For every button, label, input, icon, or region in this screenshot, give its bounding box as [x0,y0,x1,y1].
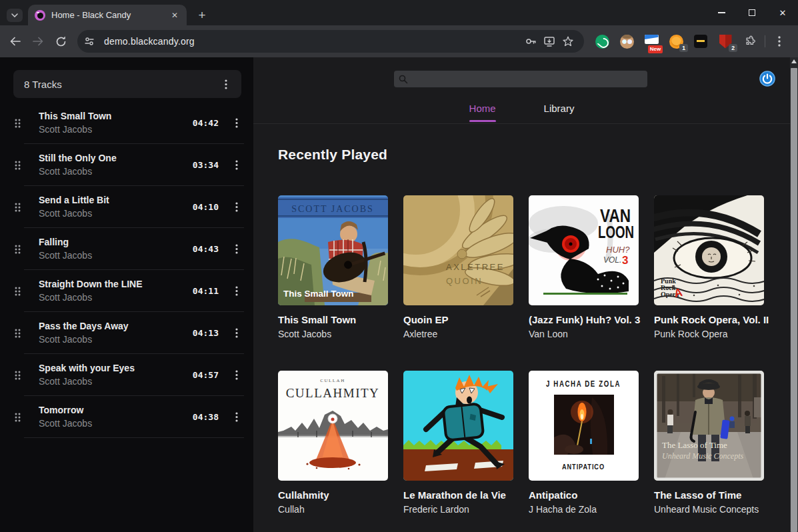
tabs-divider [253,123,790,124]
album-artist[interactable]: Van Loon [529,329,639,339]
album-title[interactable]: The Lasso of Time [654,489,764,501]
tab-close-icon[interactable]: ✕ [169,10,180,21]
extensions-menu-button[interactable] [741,33,759,50]
track-row[interactable]: Speak with your EyesScott Jacobs04:57 [0,354,253,396]
track-menu-button[interactable] [229,115,244,130]
album-artist[interactable]: Punk Rock Opera [654,329,764,339]
track-row[interactable]: FallingScott Jacobs04:43 [0,228,253,270]
track-row[interactable]: This Small TownScott Jacobs04:42 [0,102,253,144]
drag-handle[interactable] [15,413,24,422]
album-title[interactable]: (Jazz Funk) Huh? Vol. 3 [529,314,639,325]
extension-avatar[interactable] [618,33,635,50]
album-cover-antipatico[interactable]: J HACHA DE ZOLA ANTIPATICO [529,371,639,481]
track-menu-button[interactable] [229,325,244,340]
drag-dots-icon [15,413,21,422]
cover-title-text: ANTIPATICO [562,463,605,471]
track-menu-button[interactable] [229,367,244,382]
track-row[interactable]: Send a Little BitScott Jacobs04:10 [0,186,253,228]
tab-home[interactable]: Home [469,103,496,122]
track-artist: Scott Jacobs [39,418,187,429]
album-cover-punk-rock-opera[interactable]: Punk Rock Opera A [654,195,764,305]
drag-handle[interactable] [15,119,24,128]
password-manager-button[interactable] [521,32,540,51]
back-button[interactable] [4,30,27,53]
album-cover-lasso-of-time[interactable]: The Lasso of Time Unheard Music Concepts [654,371,764,481]
tab-search-button[interactable] [7,9,23,22]
close-icon: ✕ [779,9,787,17]
track-duration: 04:13 [193,328,219,338]
install-app-button[interactable] [540,32,559,51]
album-artist[interactable]: Axletree [403,329,513,339]
album-cover-this-small-town[interactable]: SCOTT JACOBS [278,195,388,305]
track-row[interactable]: Straight Down the LINEScott Jacobs04:11 [0,270,253,312]
bookmark-button[interactable] [559,32,577,51]
drag-handle[interactable] [15,371,24,380]
tab-library[interactable]: Library [544,103,575,122]
track-menu-button[interactable] [229,241,244,256]
drag-handle[interactable] [15,287,24,296]
album-artist[interactable]: J Hacha de Zola [529,504,639,515]
album-title[interactable]: Cullahmity [278,489,388,501]
extension-shield[interactable]: 2 [717,33,734,50]
track-row[interactable]: Pass the Days AwayScott Jacobs04:13 [0,312,253,354]
album-cover-huh-vol-3[interactable]: VAN LOON HUH? VOL. 3 [529,195,639,305]
album-artist[interactable]: Scott Jacobs [278,329,388,339]
track-title: Falling [39,237,187,247]
track-row[interactable]: TomorrowScott Jacobs04:38 [0,396,253,438]
address-bar[interactable]: demo.blackcandy.org [77,30,584,53]
drag-handle[interactable] [15,329,24,338]
browser-tab[interactable]: Home - Black Candy ✕ [28,5,187,25]
drag-dots-icon [15,119,21,128]
logout-power-button[interactable] [759,71,775,87]
forward-arrow-icon [31,35,45,48]
blackcandy-app: 8 Tracks This Small TownScott Jacobs04:4… [0,57,798,532]
album-artist[interactable]: Frederic Lardon [403,504,513,515]
drag-handle[interactable] [15,161,24,170]
power-icon [759,71,775,87]
album-cover-cullahmity[interactable]: CULLAH CULLAHMITY [278,371,388,481]
reload-button[interactable] [49,30,72,53]
minimize-button[interactable] [706,0,737,25]
close-button[interactable]: ✕ [767,0,798,25]
album-title[interactable]: This Small Town [278,314,388,325]
kebab-menu-icon [235,286,238,296]
queue-track-count: 8 Tracks [24,79,219,90]
album-card: CULLAH CULLAHMITY Cullahmity Cullah [278,371,388,515]
album-title[interactable]: Punk Rock Opera, Vol. II [654,314,764,325]
drag-dots-icon [15,371,21,380]
track-row[interactable]: Still the Only OneScott Jacobs03:34 [0,144,253,186]
site-settings-button[interactable] [81,33,98,50]
extension-green[interactable] [593,33,611,50]
drag-dots-icon [15,287,21,296]
album-artist[interactable]: Unheard Music Concepts [654,504,764,515]
track-menu-button[interactable] [229,199,244,214]
new-tab-button[interactable]: + [193,7,211,24]
maximize-button[interactable] [737,0,767,25]
album-title[interactable]: Antipatico [529,489,639,501]
url-text[interactable]: demo.blackcandy.org [104,36,521,47]
extension-orange[interactable]: 1 [667,33,685,50]
scrollbar-thumb[interactable] [791,68,797,532]
track-menu-button[interactable] [229,283,244,298]
album-card: AXLETREE QUOIN Quoin EP Axletree [403,195,513,339]
queue-menu-button[interactable] [219,77,233,91]
album-cover-quoin-ep[interactable]: AXLETREE QUOIN [403,195,513,305]
toolbar-divider [765,35,765,47]
album-artist[interactable]: Cullah [278,504,388,515]
search-input[interactable] [394,71,647,87]
extension-black[interactable] [692,33,709,50]
browser-menu-button[interactable] [769,31,789,51]
album-title[interactable]: Quoin EP [403,314,513,325]
drag-handle[interactable] [15,245,24,254]
track-menu-button[interactable] [229,157,244,172]
scrollbar-up-arrow[interactable] [791,59,797,63]
track-duration: 04:43 [193,244,219,254]
drag-handle[interactable] [15,203,24,212]
extension-flag[interactable]: New [643,33,660,50]
album-title[interactable]: Le Marathon de la Vie [403,489,513,501]
album-cover-le-marathon[interactable] [403,371,513,481]
forward-button[interactable] [27,30,49,53]
recently-played-grid: SCOTT JACOBS [278,195,764,515]
page-scrollbar[interactable] [790,57,798,532]
track-menu-button[interactable] [229,409,244,424]
